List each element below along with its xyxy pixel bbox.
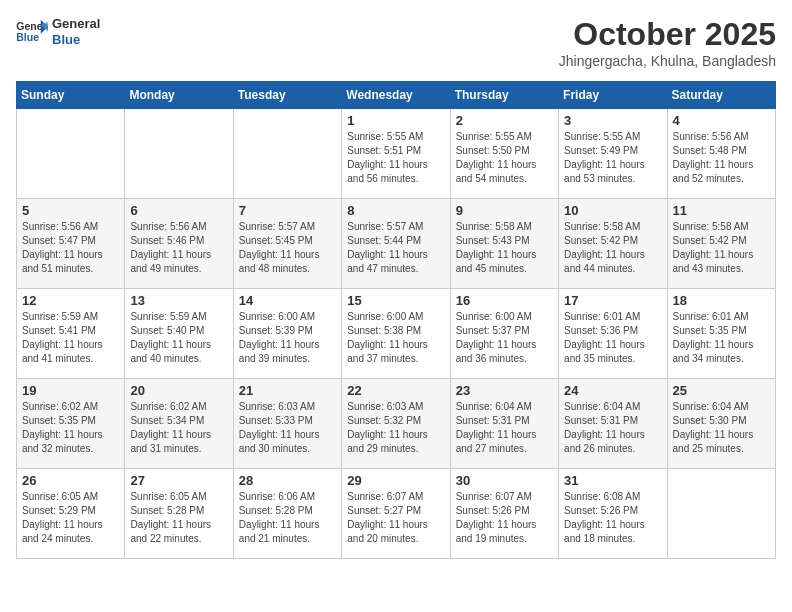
day-info: Sunrise: 6:04 AMSunset: 5:30 PMDaylight:… [673, 400, 770, 456]
calendar-cell: 29Sunrise: 6:07 AMSunset: 5:27 PMDayligh… [342, 469, 450, 559]
calendar-cell: 3Sunrise: 5:55 AMSunset: 5:49 PMDaylight… [559, 109, 667, 199]
day-info: Sunrise: 6:01 AMSunset: 5:36 PMDaylight:… [564, 310, 661, 366]
day-info: Sunrise: 5:58 AMSunset: 5:42 PMDaylight:… [673, 220, 770, 276]
calendar-cell [233, 109, 341, 199]
day-info: Sunrise: 6:04 AMSunset: 5:31 PMDaylight:… [564, 400, 661, 456]
location: Jhingergacha, Khulna, Bangladesh [559, 53, 776, 69]
title-block: October 2025 Jhingergacha, Khulna, Bangl… [559, 16, 776, 69]
day-number: 23 [456, 383, 553, 398]
calendar-cell: 10Sunrise: 5:58 AMSunset: 5:42 PMDayligh… [559, 199, 667, 289]
calendar-cell: 30Sunrise: 6:07 AMSunset: 5:26 PMDayligh… [450, 469, 558, 559]
day-number: 25 [673, 383, 770, 398]
week-row-3: 12Sunrise: 5:59 AMSunset: 5:41 PMDayligh… [17, 289, 776, 379]
day-info: Sunrise: 6:02 AMSunset: 5:35 PMDaylight:… [22, 400, 119, 456]
logo-general: General [52, 16, 100, 32]
calendar-cell: 9Sunrise: 5:58 AMSunset: 5:43 PMDaylight… [450, 199, 558, 289]
weekday-header-saturday: Saturday [667, 82, 775, 109]
day-info: Sunrise: 6:00 AMSunset: 5:37 PMDaylight:… [456, 310, 553, 366]
day-number: 6 [130, 203, 227, 218]
calendar-cell: 16Sunrise: 6:00 AMSunset: 5:37 PMDayligh… [450, 289, 558, 379]
logo: General Blue General Blue [16, 16, 100, 47]
day-number: 29 [347, 473, 444, 488]
day-info: Sunrise: 5:55 AMSunset: 5:49 PMDaylight:… [564, 130, 661, 186]
day-number: 8 [347, 203, 444, 218]
day-number: 13 [130, 293, 227, 308]
day-number: 14 [239, 293, 336, 308]
day-number: 5 [22, 203, 119, 218]
week-row-1: 1Sunrise: 5:55 AMSunset: 5:51 PMDaylight… [17, 109, 776, 199]
day-number: 7 [239, 203, 336, 218]
calendar-cell: 5Sunrise: 5:56 AMSunset: 5:47 PMDaylight… [17, 199, 125, 289]
weekday-header-sunday: Sunday [17, 82, 125, 109]
day-info: Sunrise: 6:01 AMSunset: 5:35 PMDaylight:… [673, 310, 770, 366]
calendar-cell: 11Sunrise: 5:58 AMSunset: 5:42 PMDayligh… [667, 199, 775, 289]
weekday-header-friday: Friday [559, 82, 667, 109]
day-info: Sunrise: 6:00 AMSunset: 5:39 PMDaylight:… [239, 310, 336, 366]
calendar-cell: 8Sunrise: 5:57 AMSunset: 5:44 PMDaylight… [342, 199, 450, 289]
calendar-cell: 13Sunrise: 5:59 AMSunset: 5:40 PMDayligh… [125, 289, 233, 379]
day-number: 24 [564, 383, 661, 398]
day-number: 27 [130, 473, 227, 488]
calendar-cell: 14Sunrise: 6:00 AMSunset: 5:39 PMDayligh… [233, 289, 341, 379]
calendar-cell: 1Sunrise: 5:55 AMSunset: 5:51 PMDaylight… [342, 109, 450, 199]
calendar-cell: 22Sunrise: 6:03 AMSunset: 5:32 PMDayligh… [342, 379, 450, 469]
calendar-cell: 18Sunrise: 6:01 AMSunset: 5:35 PMDayligh… [667, 289, 775, 379]
calendar-cell: 2Sunrise: 5:55 AMSunset: 5:50 PMDaylight… [450, 109, 558, 199]
weekday-header-wednesday: Wednesday [342, 82, 450, 109]
day-number: 15 [347, 293, 444, 308]
week-row-2: 5Sunrise: 5:56 AMSunset: 5:47 PMDaylight… [17, 199, 776, 289]
day-info: Sunrise: 6:00 AMSunset: 5:38 PMDaylight:… [347, 310, 444, 366]
calendar-table: SundayMondayTuesdayWednesdayThursdayFrid… [16, 81, 776, 559]
calendar-cell [667, 469, 775, 559]
day-info: Sunrise: 6:08 AMSunset: 5:26 PMDaylight:… [564, 490, 661, 546]
weekday-header-tuesday: Tuesday [233, 82, 341, 109]
day-number: 1 [347, 113, 444, 128]
page-header: General Blue General Blue October 2025 J… [16, 16, 776, 69]
day-number: 21 [239, 383, 336, 398]
calendar-cell: 20Sunrise: 6:02 AMSunset: 5:34 PMDayligh… [125, 379, 233, 469]
calendar-cell: 27Sunrise: 6:05 AMSunset: 5:28 PMDayligh… [125, 469, 233, 559]
day-info: Sunrise: 6:02 AMSunset: 5:34 PMDaylight:… [130, 400, 227, 456]
svg-text:Blue: Blue [16, 30, 39, 42]
day-info: Sunrise: 5:57 AMSunset: 5:44 PMDaylight:… [347, 220, 444, 276]
logo-blue: Blue [52, 32, 100, 48]
calendar-cell: 24Sunrise: 6:04 AMSunset: 5:31 PMDayligh… [559, 379, 667, 469]
day-info: Sunrise: 6:03 AMSunset: 5:33 PMDaylight:… [239, 400, 336, 456]
day-info: Sunrise: 5:55 AMSunset: 5:51 PMDaylight:… [347, 130, 444, 186]
day-number: 4 [673, 113, 770, 128]
calendar-cell: 26Sunrise: 6:05 AMSunset: 5:29 PMDayligh… [17, 469, 125, 559]
day-info: Sunrise: 5:56 AMSunset: 5:46 PMDaylight:… [130, 220, 227, 276]
day-info: Sunrise: 6:05 AMSunset: 5:28 PMDaylight:… [130, 490, 227, 546]
calendar-cell: 15Sunrise: 6:00 AMSunset: 5:38 PMDayligh… [342, 289, 450, 379]
calendar-cell: 4Sunrise: 5:56 AMSunset: 5:48 PMDaylight… [667, 109, 775, 199]
day-number: 2 [456, 113, 553, 128]
day-number: 9 [456, 203, 553, 218]
day-info: Sunrise: 5:59 AMSunset: 5:40 PMDaylight:… [130, 310, 227, 366]
day-info: Sunrise: 6:05 AMSunset: 5:29 PMDaylight:… [22, 490, 119, 546]
day-number: 18 [673, 293, 770, 308]
day-info: Sunrise: 5:59 AMSunset: 5:41 PMDaylight:… [22, 310, 119, 366]
day-number: 17 [564, 293, 661, 308]
day-info: Sunrise: 6:07 AMSunset: 5:26 PMDaylight:… [456, 490, 553, 546]
day-number: 16 [456, 293, 553, 308]
day-info: Sunrise: 6:03 AMSunset: 5:32 PMDaylight:… [347, 400, 444, 456]
day-info: Sunrise: 6:07 AMSunset: 5:27 PMDaylight:… [347, 490, 444, 546]
day-info: Sunrise: 5:56 AMSunset: 5:47 PMDaylight:… [22, 220, 119, 276]
day-number: 30 [456, 473, 553, 488]
weekday-header-monday: Monday [125, 82, 233, 109]
day-number: 19 [22, 383, 119, 398]
calendar-cell [17, 109, 125, 199]
calendar-cell: 25Sunrise: 6:04 AMSunset: 5:30 PMDayligh… [667, 379, 775, 469]
calendar-cell: 17Sunrise: 6:01 AMSunset: 5:36 PMDayligh… [559, 289, 667, 379]
calendar-cell: 12Sunrise: 5:59 AMSunset: 5:41 PMDayligh… [17, 289, 125, 379]
day-info: Sunrise: 5:57 AMSunset: 5:45 PMDaylight:… [239, 220, 336, 276]
day-number: 22 [347, 383, 444, 398]
day-info: Sunrise: 5:55 AMSunset: 5:50 PMDaylight:… [456, 130, 553, 186]
day-number: 3 [564, 113, 661, 128]
calendar-cell: 21Sunrise: 6:03 AMSunset: 5:33 PMDayligh… [233, 379, 341, 469]
day-info: Sunrise: 5:56 AMSunset: 5:48 PMDaylight:… [673, 130, 770, 186]
calendar-cell: 23Sunrise: 6:04 AMSunset: 5:31 PMDayligh… [450, 379, 558, 469]
weekday-header-row: SundayMondayTuesdayWednesdayThursdayFrid… [17, 82, 776, 109]
day-info: Sunrise: 6:06 AMSunset: 5:28 PMDaylight:… [239, 490, 336, 546]
day-number: 31 [564, 473, 661, 488]
